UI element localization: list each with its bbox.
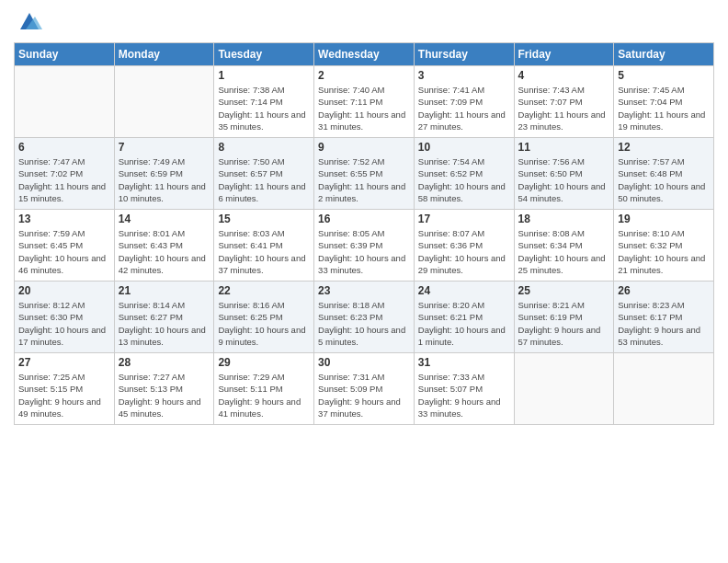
day-number: 4 — [518, 69, 610, 82]
weekday-header: Monday — [114, 43, 214, 66]
calendar-week-row: 27Sunrise: 7:25 AM Sunset: 5:15 PM Dayli… — [15, 353, 714, 425]
calendar-cell: 13Sunrise: 7:59 AM Sunset: 6:45 PM Dayli… — [15, 210, 115, 282]
logo — [14, 9, 42, 35]
day-info: Sunrise: 7:45 AM Sunset: 7:04 PM Dayligh… — [618, 84, 710, 132]
calendar-cell: 25Sunrise: 8:21 AM Sunset: 6:19 PM Dayli… — [514, 282, 614, 353]
day-info: Sunrise: 7:25 AM Sunset: 5:15 PM Dayligh… — [18, 371, 110, 419]
page: SundayMondayTuesdayWednesdayThursdayFrid… — [0, 0, 728, 563]
calendar-cell: 11Sunrise: 7:56 AM Sunset: 6:50 PM Dayli… — [514, 138, 614, 210]
day-number: 2 — [318, 69, 410, 82]
calendar-cell — [514, 353, 614, 425]
calendar-week-row: 1Sunrise: 7:38 AM Sunset: 7:14 PM Daylig… — [15, 66, 714, 138]
header — [14, 9, 714, 35]
calendar-cell: 7Sunrise: 7:49 AM Sunset: 6:59 PM Daylig… — [114, 138, 214, 210]
day-info: Sunrise: 8:08 AM Sunset: 6:34 PM Dayligh… — [518, 227, 610, 276]
day-number: 27 — [18, 356, 110, 369]
day-info: Sunrise: 8:16 AM Sunset: 6:25 PM Dayligh… — [218, 299, 310, 348]
day-info: Sunrise: 7:49 AM Sunset: 6:59 PM Dayligh… — [119, 155, 210, 204]
day-info: Sunrise: 7:27 AM Sunset: 5:13 PM Dayligh… — [119, 371, 210, 419]
day-number: 30 — [318, 356, 410, 369]
logo-icon — [17, 9, 42, 35]
day-number: 29 — [218, 356, 310, 369]
calendar-cell: 14Sunrise: 8:01 AM Sunset: 6:43 PM Dayli… — [114, 210, 214, 282]
day-number: 28 — [119, 356, 210, 369]
day-number: 18 — [518, 213, 610, 225]
calendar-cell: 1Sunrise: 7:38 AM Sunset: 7:14 PM Daylig… — [214, 66, 314, 138]
day-number: 13 — [18, 213, 110, 225]
day-number: 22 — [218, 284, 310, 297]
day-number: 6 — [18, 141, 110, 154]
day-number: 14 — [119, 213, 210, 225]
day-info: Sunrise: 8:21 AM Sunset: 6:19 PM Dayligh… — [518, 299, 610, 348]
calendar-cell: 29Sunrise: 7:29 AM Sunset: 5:11 PM Dayli… — [214, 353, 314, 425]
day-info: Sunrise: 7:40 AM Sunset: 7:11 PM Dayligh… — [318, 84, 410, 132]
day-number: 19 — [618, 213, 710, 225]
day-info: Sunrise: 8:20 AM Sunset: 6:21 PM Dayligh… — [418, 299, 510, 348]
calendar-cell: 18Sunrise: 8:08 AM Sunset: 6:34 PM Dayli… — [514, 210, 614, 282]
calendar-cell: 22Sunrise: 8:16 AM Sunset: 6:25 PM Dayli… — [214, 282, 314, 353]
day-number: 9 — [318, 141, 410, 154]
day-info: Sunrise: 8:03 AM Sunset: 6:41 PM Dayligh… — [218, 227, 310, 276]
day-number: 21 — [119, 284, 210, 297]
calendar-cell — [614, 353, 714, 425]
calendar-cell: 27Sunrise: 7:25 AM Sunset: 5:15 PM Dayli… — [15, 353, 115, 425]
day-info: Sunrise: 7:47 AM Sunset: 7:02 PM Dayligh… — [18, 155, 110, 204]
calendar-cell: 31Sunrise: 7:33 AM Sunset: 5:07 PM Dayli… — [414, 353, 514, 425]
weekday-header: Saturday — [614, 43, 714, 66]
calendar-cell: 19Sunrise: 8:10 AM Sunset: 6:32 PM Dayli… — [614, 210, 714, 282]
calendar-cell: 8Sunrise: 7:50 AM Sunset: 6:57 PM Daylig… — [214, 138, 314, 210]
calendar-week-row: 20Sunrise: 8:12 AM Sunset: 6:30 PM Dayli… — [15, 282, 714, 353]
calendar-cell: 3Sunrise: 7:41 AM Sunset: 7:09 PM Daylig… — [414, 66, 514, 138]
day-info: Sunrise: 7:38 AM Sunset: 7:14 PM Dayligh… — [218, 84, 310, 132]
calendar-cell: 21Sunrise: 8:14 AM Sunset: 6:27 PM Dayli… — [114, 282, 214, 353]
calendar-cell: 5Sunrise: 7:45 AM Sunset: 7:04 PM Daylig… — [614, 66, 714, 138]
day-number: 20 — [18, 284, 110, 297]
weekday-header: Sunday — [15, 43, 115, 66]
day-info: Sunrise: 7:29 AM Sunset: 5:11 PM Dayligh… — [218, 371, 310, 419]
day-info: Sunrise: 8:18 AM Sunset: 6:23 PM Dayligh… — [318, 299, 410, 348]
calendar-cell: 6Sunrise: 7:47 AM Sunset: 7:02 PM Daylig… — [15, 138, 115, 210]
day-number: 11 — [518, 141, 610, 154]
calendar-cell: 28Sunrise: 7:27 AM Sunset: 5:13 PM Dayli… — [114, 353, 214, 425]
calendar-cell: 23Sunrise: 8:18 AM Sunset: 6:23 PM Dayli… — [314, 282, 415, 353]
day-info: Sunrise: 8:01 AM Sunset: 6:43 PM Dayligh… — [119, 227, 210, 276]
weekday-header: Tuesday — [214, 43, 314, 66]
day-number: 5 — [618, 69, 710, 82]
calendar-cell: 26Sunrise: 8:23 AM Sunset: 6:17 PM Dayli… — [614, 282, 714, 353]
day-number: 8 — [218, 141, 310, 154]
day-info: Sunrise: 7:41 AM Sunset: 7:09 PM Dayligh… — [418, 84, 510, 132]
calendar-cell: 15Sunrise: 8:03 AM Sunset: 6:41 PM Dayli… — [214, 210, 314, 282]
day-info: Sunrise: 8:14 AM Sunset: 6:27 PM Dayligh… — [119, 299, 210, 348]
calendar-cell: 2Sunrise: 7:40 AM Sunset: 7:11 PM Daylig… — [314, 66, 415, 138]
calendar-cell: 9Sunrise: 7:52 AM Sunset: 6:55 PM Daylig… — [314, 138, 415, 210]
day-number: 3 — [418, 69, 510, 82]
calendar-cell — [114, 66, 214, 138]
calendar-cell: 30Sunrise: 7:31 AM Sunset: 5:09 PM Dayli… — [314, 353, 415, 425]
calendar-cell: 17Sunrise: 8:07 AM Sunset: 6:36 PM Dayli… — [414, 210, 514, 282]
weekday-header: Thursday — [414, 43, 514, 66]
day-info: Sunrise: 7:33 AM Sunset: 5:07 PM Dayligh… — [418, 371, 510, 419]
calendar-cell: 16Sunrise: 8:05 AM Sunset: 6:39 PM Dayli… — [314, 210, 415, 282]
day-info: Sunrise: 8:10 AM Sunset: 6:32 PM Dayligh… — [618, 227, 710, 276]
calendar-cell: 10Sunrise: 7:54 AM Sunset: 6:52 PM Dayli… — [414, 138, 514, 210]
calendar-cell: 24Sunrise: 8:20 AM Sunset: 6:21 PM Dayli… — [414, 282, 514, 353]
day-info: Sunrise: 7:57 AM Sunset: 6:48 PM Dayligh… — [618, 155, 710, 204]
weekday-header: Wednesday — [314, 43, 415, 66]
day-info: Sunrise: 8:05 AM Sunset: 6:39 PM Dayligh… — [318, 227, 410, 276]
day-info: Sunrise: 7:31 AM Sunset: 5:09 PM Dayligh… — [318, 371, 410, 419]
day-info: Sunrise: 7:54 AM Sunset: 6:52 PM Dayligh… — [418, 155, 510, 204]
day-number: 23 — [318, 284, 410, 297]
day-number: 26 — [618, 284, 710, 297]
day-number: 31 — [418, 356, 510, 369]
day-info: Sunrise: 7:50 AM Sunset: 6:57 PM Dayligh… — [218, 155, 310, 204]
calendar-cell: 20Sunrise: 8:12 AM Sunset: 6:30 PM Dayli… — [15, 282, 115, 353]
day-info: Sunrise: 7:43 AM Sunset: 7:07 PM Dayligh… — [518, 84, 610, 132]
weekday-header: Friday — [514, 43, 614, 66]
calendar-body: 1Sunrise: 7:38 AM Sunset: 7:14 PM Daylig… — [15, 66, 714, 425]
day-number: 10 — [418, 141, 510, 154]
day-number: 12 — [618, 141, 710, 154]
day-number: 15 — [218, 213, 310, 225]
day-info: Sunrise: 8:07 AM Sunset: 6:36 PM Dayligh… — [418, 227, 510, 276]
day-info: Sunrise: 7:59 AM Sunset: 6:45 PM Dayligh… — [18, 227, 110, 276]
day-number: 7 — [119, 141, 210, 154]
